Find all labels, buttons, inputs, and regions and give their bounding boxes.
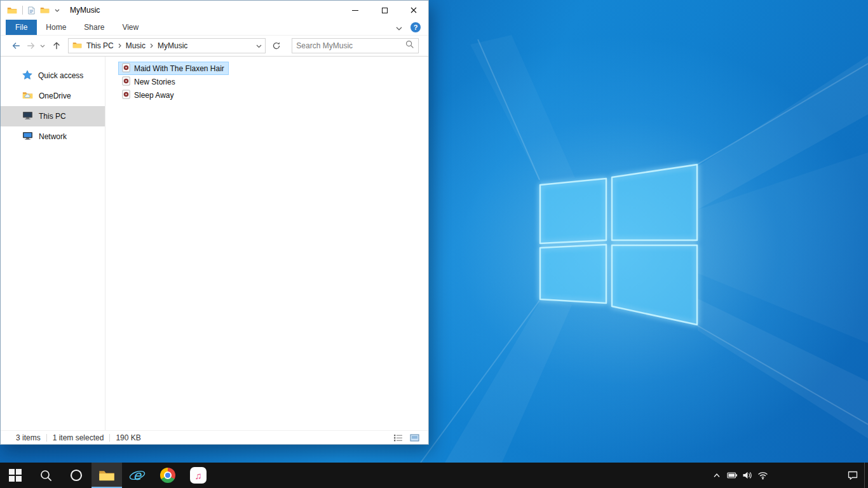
up-button[interactable] (51, 41, 62, 51)
sidebar-item-label: Network (39, 132, 67, 141)
search-box[interactable] (292, 38, 419, 53)
item-count: 3 items (16, 433, 41, 442)
breadcrumb-mymusic[interactable]: MyMusic (157, 41, 188, 50)
sidebar-item-network[interactable]: Network (1, 126, 105, 147)
cortana-ring-icon (69, 468, 83, 482)
large-icons-view-button[interactable] (408, 432, 421, 444)
action-center-button[interactable] (841, 463, 864, 488)
volume-icon[interactable] (740, 463, 755, 488)
tray-spacer (770, 463, 841, 488)
file-row-maid-with-the-flaxen-hair[interactable]: Maid With The Flaxen Hair (118, 62, 229, 75)
file-name: Maid With The Flaxen Hair (134, 64, 224, 73)
breadcrumb-chevron-icon[interactable] (150, 41, 153, 50)
this-pc-monitor-icon (22, 111, 33, 122)
tab-file[interactable]: File (6, 20, 37, 35)
tab-view[interactable]: View (113, 20, 147, 35)
svg-text:e: e (133, 468, 142, 483)
caption-buttons (341, 1, 428, 20)
minimize-icon (352, 10, 358, 11)
taskbar-chrome-button[interactable] (153, 463, 183, 488)
battery-icon[interactable] (724, 463, 740, 488)
file-name: New Stories (134, 78, 175, 86)
maximize-icon (382, 8, 388, 13)
windows-logo-icon (9, 469, 22, 482)
sidebar-item-quick-access[interactable]: Quick access (1, 65, 105, 86)
recent-locations-chevron-icon[interactable] (40, 44, 45, 48)
sidebar-item-this-pc[interactable]: This PC (1, 106, 105, 126)
taskbar-internet-explorer-button[interactable]: e (122, 463, 153, 488)
search-icon (39, 469, 53, 482)
audio-file-icon (121, 63, 131, 74)
tab-share[interactable]: Share (75, 20, 113, 35)
minimize-button[interactable] (341, 1, 370, 20)
taskbar: e ♫ (0, 463, 868, 488)
navigation-pane: Quick access OneDrive This PC (1, 57, 105, 430)
address-bar[interactable]: This PC Music MyMusic (68, 38, 266, 53)
status-separator (109, 434, 110, 442)
details-view-button[interactable] (391, 432, 404, 444)
selection-count: 1 item selected (53, 433, 104, 442)
status-separator (46, 434, 47, 442)
selection-size: 190 KB (116, 433, 140, 442)
taskbar-file-explorer-button[interactable] (92, 463, 122, 488)
folder-icon (98, 469, 115, 482)
address-dropdown-chevron-icon[interactable] (256, 41, 262, 50)
show-desktop-button[interactable] (864, 463, 868, 488)
breadcrumb-this-pc[interactable]: This PC (86, 41, 114, 50)
search-icon[interactable] (405, 40, 414, 51)
breadcrumb-music[interactable]: Music (125, 41, 146, 50)
wifi-icon[interactable] (755, 463, 770, 488)
network-monitor-icon (22, 131, 33, 142)
breadcrumb-chevron-icon[interactable] (118, 41, 121, 50)
taskbar-itunes-button[interactable]: ♫ (183, 463, 214, 488)
qat-chevron-down-icon[interactable] (55, 9, 60, 12)
qat-separator (22, 6, 23, 15)
file-row-new-stories[interactable]: New Stories (118, 75, 180, 88)
file-row-sleep-away[interactable]: Sleep Away (118, 88, 179, 102)
system-tray (709, 463, 868, 488)
navigation-bar: This PC Music MyMusic (1, 36, 428, 57)
qat-new-folder-icon[interactable] (40, 6, 50, 14)
back-button[interactable] (11, 41, 22, 51)
maximize-button[interactable] (370, 1, 399, 20)
start-button[interactable] (0, 463, 31, 488)
file-name: Sleep Away (134, 91, 174, 100)
window-title: MyMusic (70, 6, 100, 15)
sidebar-item-onedrive[interactable]: OneDrive (1, 86, 105, 106)
music-note-icon: ♫ (190, 467, 207, 484)
desktop: MyMusic File Home Share View ? (0, 0, 868, 488)
close-button[interactable] (399, 1, 428, 20)
refresh-button[interactable] (269, 38, 283, 53)
status-bar: 3 items 1 item selected 190 KB (1, 430, 428, 444)
title-bar[interactable]: MyMusic (1, 1, 428, 20)
action-center-icon (847, 470, 858, 480)
search-input[interactable] (296, 41, 405, 50)
audio-file-icon (121, 90, 131, 101)
chrome-icon (160, 468, 175, 483)
file-explorer-window: MyMusic File Home Share View ? (0, 0, 429, 445)
audio-file-icon (121, 76, 131, 88)
onedrive-folder-icon (22, 91, 33, 102)
ie-icon: e (129, 467, 146, 484)
cortana-button[interactable] (61, 463, 92, 488)
tab-home[interactable]: Home (37, 20, 75, 35)
ribbon-tab-bar: File Home Share View ? (1, 20, 428, 36)
sidebar-item-label: This PC (39, 112, 66, 121)
forward-button[interactable] (25, 41, 36, 51)
sidebar-item-label: Quick access (38, 71, 83, 80)
sidebar-item-label: OneDrive (39, 92, 71, 100)
window-folder-icon (7, 6, 17, 15)
qat-properties-icon[interactable] (28, 6, 35, 15)
hidden-icons-chevron-icon[interactable] (709, 463, 724, 488)
file-list: Maid With The Flaxen Hair New Stories Sl… (105, 57, 428, 430)
close-icon (410, 7, 417, 13)
help-button[interactable]: ? (410, 22, 421, 32)
expand-ribbon-chevron-icon[interactable] (396, 22, 402, 33)
taskbar-search-button[interactable] (31, 463, 61, 488)
address-folder-icon (72, 41, 82, 51)
quick-access-star-icon (22, 70, 32, 82)
